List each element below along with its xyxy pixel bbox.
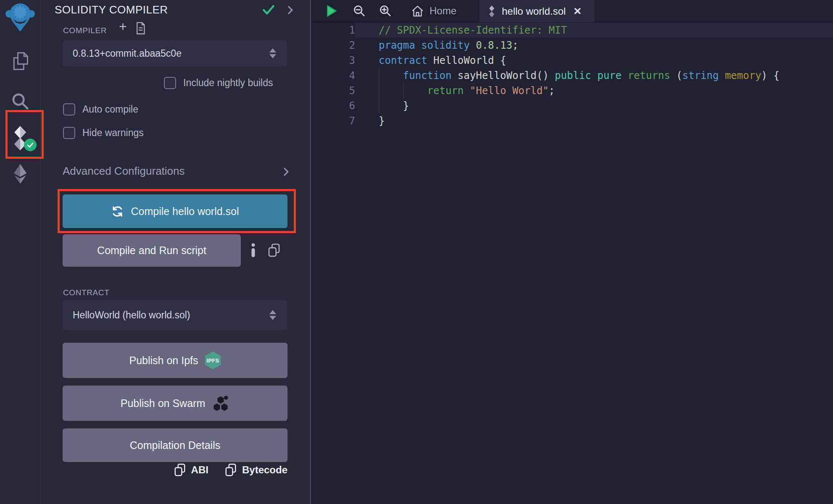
code-line[interactable]: contract HelloWorld { [379,53,833,68]
icon-panel [0,0,41,504]
copy-icon[interactable] [267,243,281,258]
swarm-cubes-icon [212,394,229,412]
compile-and-run-label: Compile and Run script [97,244,206,257]
compile-button[interactable]: Compile hello world.sol [63,194,287,228]
copy-icon [224,463,237,477]
include-nightly-label: Include nightly builds [183,77,273,89]
code-line[interactable]: } [379,98,833,113]
select-arrows-icon [269,310,276,320]
solidity-file-icon [488,5,496,18]
code-editor[interactable]: 1234567 // SPDX-License-Identifier: MITp… [311,22,833,504]
sidebar-item-search[interactable] [0,90,40,112]
file-explorer-icon [11,51,30,72]
auto-compile-label: Auto compile [82,104,138,115]
refresh-icon [111,205,124,218]
auto-compile-row: Auto compile [63,103,138,116]
code-line[interactable]: pragma solidity 0.8.13; [379,38,833,53]
panel-title: SOLIDITY COMPILER [55,3,168,16]
compile-and-run-button[interactable]: Compile and Run script [63,234,241,267]
contract-select-value: HelloWorld (hello world.sol) [63,310,269,321]
hide-warnings-row: Hide warnings [63,127,144,139]
ipfs-badge-icon: IPFS [205,352,221,369]
code-line[interactable]: return "Hello World"; [379,83,833,98]
select-arrows-icon [269,48,276,58]
zoom-in-icon [378,4,393,18]
home-icon [411,5,424,18]
compile-success-badge [24,139,37,151]
tab-home[interactable]: Home [407,0,461,22]
copy-icon [174,463,186,477]
bytecode-label: Bytecode [242,464,287,476]
file-icon [135,22,146,35]
copy-bytecode-button[interactable]: Bytecode [224,463,287,477]
compilation-details-label: Compilation Details [130,439,220,452]
zoom-out-button[interactable] [352,0,366,22]
hide-warnings-checkbox[interactable] [63,127,75,139]
search-icon [11,91,30,111]
tab-hello-world-sol[interactable]: hello world.sol ✕ [479,0,595,22]
abi-label: ABI [191,464,208,476]
chevron-right-icon [285,5,295,16]
sidebar-item-file-explorer[interactable] [0,50,40,72]
sidebar-item-deploy-run[interactable] [0,163,40,185]
ethereum-icon [11,163,30,184]
compilation-details-button[interactable]: Compilation Details [63,428,287,462]
advanced-expand-chevron[interactable] [280,166,291,179]
contract-section-label: CONTRACT [63,288,109,297]
copy-artifacts-row: ABI Bytecode [63,463,287,477]
chevron-right-icon [280,166,291,177]
contract-select[interactable]: HelloWorld (hello world.sol) [63,300,287,330]
open-config-file-icon[interactable] [135,22,146,37]
zoom-out-icon [352,4,366,18]
tab-home-label: Home [430,5,456,17]
publish-ipfs-button[interactable]: Publish on Ipfs IPFS [63,343,287,378]
remix-logo-icon [5,2,36,32]
remix-ide-window: SOLIDITY COMPILER COMPILER + 0.8.13+comm… [0,0,833,504]
code-line[interactable]: function sayHelloWorld() public pure ret… [379,68,833,83]
compile-ok-check [262,4,275,18]
remix-logo[interactable] [0,2,40,33]
include-nightly-row: Include nightly builds [164,77,273,89]
auto-compile-checkbox[interactable] [63,103,75,116]
hide-warnings-label: Hide warnings [82,127,144,139]
play-icon [324,3,339,19]
compiler-version-value: 0.8.13+commit.abaa5c0e [63,48,269,59]
check-icon [262,4,275,16]
check-icon [26,141,34,149]
publish-swarm-label: Publish on Swarm [121,397,205,410]
compile-button-label: Compile hello world.sol [131,205,239,218]
publish-ipfs-label: Publish on Ipfs [129,354,198,367]
info-icon[interactable] [250,243,256,257]
tab-close-icon[interactable]: ✕ [573,5,582,17]
publish-swarm-button[interactable]: Publish on Swarm [63,386,287,421]
advanced-configurations-label[interactable]: Advanced Configurations [63,165,185,178]
zoom-in-button[interactable] [378,0,393,22]
copy-abi-button[interactable]: ABI [174,463,208,477]
tab-label: hello world.sol [502,5,566,17]
code-line[interactable]: } [379,113,833,129]
compiler-section-label: COMPILER [63,26,107,35]
run-script-button[interactable] [324,0,339,22]
code-lines[interactable]: // SPDX-License-Identifier: MITpragma so… [311,23,833,129]
solidity-compiler-panel: SOLIDITY COMPILER COMPILER + 0.8.13+comm… [41,0,310,504]
panel-expand-chevron[interactable] [285,5,295,17]
compiler-version-select[interactable]: 0.8.13+commit.abaa5c0e [63,40,287,66]
sidebar-item-solidity-compiler[interactable] [0,123,40,153]
add-compiler-icon[interactable]: + [119,20,127,33]
include-nightly-checkbox[interactable] [164,77,176,89]
editor-area: Home hello world.sol ✕ 1234567 // SPDX-L… [310,0,833,504]
editor-tabbar: Home hello world.sol ✕ [311,0,833,23]
code-line[interactable]: // SPDX-License-Identifier: MIT [379,23,833,38]
